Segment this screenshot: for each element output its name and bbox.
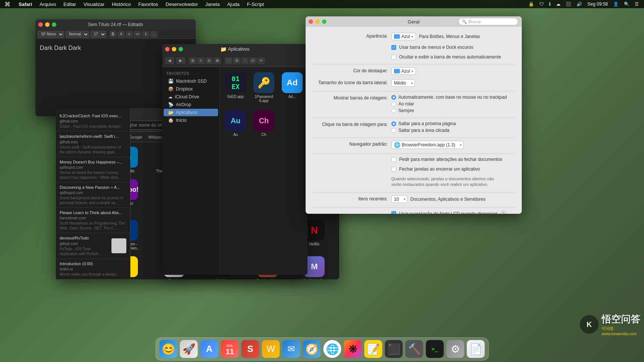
texteditor-close-button[interactable]	[38, 22, 43, 27]
finder-close-button[interactable]	[165, 47, 170, 51]
menu-historico[interactable]: Histórico	[108, 0, 135, 8]
menubar-info-icon[interactable]: ℹ	[547, 0, 553, 8]
menubar-1password-icon[interactable]: 🔒	[526, 0, 536, 8]
rl-item-clutch[interactable]: KJCracks/Clutch: Fast iOS exec... github…	[56, 111, 130, 131]
dock-finder[interactable]: 😊	[159, 339, 178, 359]
checkbox-font-smooth[interactable]	[391, 211, 396, 214]
sidebar-item-icloud[interactable]: ☁ iCloud Drive	[164, 93, 218, 101]
finder-arrange-btn[interactable]: ⬛	[225, 57, 232, 64]
apple-menu[interactable]: ⌘	[0, 0, 15, 8]
menu-editar[interactable]: Editar	[60, 0, 80, 8]
finder-column-view-btn[interactable]: ⊟	[205, 57, 213, 64]
checkbox-menubar-dark[interactable]	[391, 45, 396, 50]
dock-mail[interactable]: ✉	[282, 339, 301, 359]
radio-click-next-page[interactable]	[391, 121, 396, 126]
dock-settings[interactable]: ⚙	[446, 339, 465, 359]
menubar-shield-icon[interactable]: 🛡	[537, 0, 546, 8]
rl-item-hanselman[interactable]: Please Learn to Think about Abs... hanse…	[56, 208, 130, 233]
texteditor-font-select[interactable]: SF Mono	[38, 31, 64, 38]
finder-app-ch[interactable]: Ch Ch	[251, 108, 277, 139]
texteditor-color-btn[interactable]: A	[117, 31, 125, 38]
menubar-search-icon[interactable]: 🔍	[622, 0, 632, 8]
menu-ajuda[interactable]: Ajuda	[223, 0, 243, 8]
sidebar-item-dropbox[interactable]: 📦 Dropbox	[164, 85, 218, 93]
menu-fscript[interactable]: F-Script	[243, 0, 268, 8]
dock-photos[interactable]: ❋	[343, 339, 363, 359]
rl-item-rxtodo[interactable]: devxoul/RxTodo github.com RxTodo - iOS T…	[56, 233, 130, 258]
prefs-search-input[interactable]: 🔍 Buscar	[458, 18, 518, 25]
menu-visualizar[interactable]: Visualizar	[80, 0, 108, 8]
dock-wee[interactable]: W	[261, 339, 281, 359]
rl-item-money[interactable]: Money Doesn't Buy Happiness –... spillss…	[56, 157, 130, 182]
finder-minimize-button[interactable]	[172, 47, 176, 51]
finder-share-btn[interactable]: ↑	[241, 57, 249, 64]
prefs-help-btn[interactable]: ?	[501, 211, 506, 214]
menubar-menu-icon[interactable]: ☰	[632, 0, 641, 8]
rl-item-reform[interactable]: laszlokorte/reform-swift: Swift i... git…	[56, 131, 130, 157]
menu-arquivo[interactable]: Arquivo	[36, 0, 60, 8]
finder-edit-btn[interactable]: ✏	[258, 57, 265, 64]
radio-scroll-rolling[interactable]	[391, 102, 396, 107]
finder-app-ad[interactable]: Ad Ad...	[280, 70, 305, 105]
dock-scrivener[interactable]: S	[241, 339, 260, 359]
dock-calendar[interactable]: JUL11	[220, 339, 240, 359]
menu-favoritos[interactable]: Favoritos	[135, 0, 162, 8]
menubar-volume-icon[interactable]: 🔊	[574, 0, 584, 8]
dock-notes[interactable]: 📝	[364, 339, 383, 359]
prefs-titlebar: Geral 🔍 Buscar	[306, 16, 522, 27]
sidebar-item-applications[interactable]: 📂 Aplicativos	[164, 109, 218, 116]
finder-app-1password[interactable]: 🔑 1Password 6.app	[251, 70, 277, 105]
menubar-icloud-icon[interactable]: ☁	[554, 0, 563, 8]
dock-hammer[interactable]: 🔨	[405, 339, 424, 359]
texteditor-minimize-button[interactable]	[45, 22, 50, 27]
rl-item-realm[interactable]: Introduction (0:00) realm.io Monor walks…	[56, 259, 130, 279]
app-icon-ad: Ad	[282, 72, 303, 93]
prefs-minimize-button[interactable]	[315, 19, 320, 24]
texteditor-extra-btn[interactable]: …	[150, 31, 158, 38]
finder-action-btn[interactable]: ⚙	[233, 57, 240, 64]
checkbox-auto-hide[interactable]	[391, 55, 396, 60]
texteditor-spacing-btn[interactable]: ⇕	[142, 31, 149, 38]
texteditor-align-btn[interactable]: ≡	[126, 31, 133, 38]
menu-janela[interactable]: Janela	[202, 0, 223, 8]
rl-item-passion[interactable]: Discovering a New Passion + A... spillss…	[56, 182, 130, 208]
dock-terminal[interactable]: >_	[425, 339, 445, 359]
dock-rocket[interactable]: 🚀	[179, 339, 199, 359]
prefs-zoom-button[interactable]	[322, 19, 326, 24]
prefs-close-button[interactable]	[309, 19, 313, 24]
menubar-user-icon[interactable]: 👤	[611, 0, 621, 8]
checkbox-close-windows[interactable]	[391, 167, 396, 172]
app-menu-safari[interactable]: Safari	[15, 0, 36, 8]
sidebar-item-airdrop[interactable]: 📡 AirDrop	[164, 101, 218, 108]
safari-tab-google[interactable]: Google	[129, 135, 142, 139]
sidebar-item-home[interactable]: 🏠 Início	[164, 117, 218, 124]
dock-appledev[interactable]: ⬛	[384, 339, 404, 359]
finder-app-au[interactable]: Au Au	[223, 108, 248, 139]
texteditor-size-select[interactable]: 17	[91, 31, 106, 38]
sidebar-item-macintosh[interactable]: 💾 Macintosh SSD	[164, 77, 218, 85]
texteditor-style-select[interactable]: Normal	[66, 31, 89, 38]
texteditor-list-btn[interactable]: ≔	[134, 31, 141, 38]
finder-icon-view-btn[interactable]: ⊞	[189, 57, 196, 64]
radio-scroll-auto[interactable]	[391, 95, 396, 100]
dock-appstore[interactable]: A	[200, 339, 219, 359]
dock-textedit[interactable]: 📄	[466, 339, 486, 359]
menu-desenvolvedor[interactable]: Desenvolvedor	[162, 0, 202, 8]
dock-safari[interactable]: 🧭	[302, 339, 322, 359]
finder-back-btn[interactable]: ◀	[165, 57, 174, 64]
radio-scroll-always[interactable]	[391, 108, 396, 113]
finder-tags-btn[interactable]: 🏷	[249, 57, 257, 64]
texteditor-zoom-button[interactable]	[52, 22, 56, 27]
radio-click-clicked-area[interactable]	[391, 128, 396, 133]
recent-items-value: 10	[394, 197, 399, 202]
dock-chrome[interactable]: 🌐	[323, 339, 342, 359]
finder-app-0xed[interactable]: 01EX 0xED.app	[223, 70, 248, 105]
dock: 😊 🚀 A JUL11 S W ✉ 🧭 🌐 ❋	[155, 337, 489, 361]
texteditor-bold-btn[interactable]: B	[109, 31, 117, 38]
checkbox-keep-changes[interactable]	[391, 157, 396, 162]
finder-forward-btn[interactable]: ▶	[176, 57, 185, 64]
finder-zoom-button[interactable]	[179, 47, 183, 51]
menubar-bt-icon[interactable]: ⬛	[564, 0, 574, 8]
finder-list-view-btn[interactable]: ≡	[197, 57, 205, 64]
finder-cover-view-btn[interactable]: ⊠	[214, 57, 221, 64]
